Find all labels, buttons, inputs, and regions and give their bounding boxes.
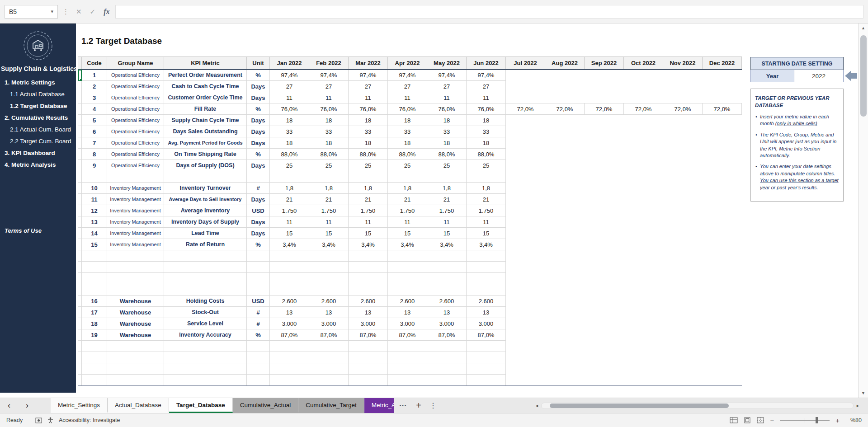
grid-cell[interactable] [78,205,82,216]
value-cell[interactable]: 18 [388,115,427,126]
value-cell[interactable] [506,318,545,329]
grid-cell[interactable] [467,250,506,262]
grid-cell[interactable] [388,250,427,262]
value-cell[interactable]: 33 [309,126,349,137]
grid-cell[interactable] [427,352,467,363]
metric-cell[interactable]: Rate of Return [164,239,247,250]
grid-cell[interactable] [309,250,349,262]
value-cell[interactable] [545,216,585,228]
value-cell[interactable] [585,239,624,250]
grid-cell[interactable] [663,171,703,183]
group-cell[interactable]: Inventory Management [107,216,164,228]
grid-cell[interactable] [467,284,506,296]
value-cell[interactable]: 76,0% [349,103,388,115]
value-cell[interactable]: 13 [388,307,427,318]
value-cell[interactable]: 97,4% [427,70,467,81]
group-cell[interactable]: Operational Efficiency [107,115,164,126]
grid-cell[interactable] [247,250,270,262]
value-cell[interactable]: 3,4% [309,239,349,250]
grid-cell[interactable] [78,194,82,205]
value-cell[interactable] [703,296,742,307]
grid-cell[interactable] [506,341,545,352]
value-cell[interactable] [506,137,545,149]
grid-cell[interactable] [506,352,545,363]
grid-cell[interactable] [624,375,663,386]
value-cell[interactable] [624,228,663,239]
group-cell[interactable]: Inventory Management [107,239,164,250]
code-cell[interactable]: 18 [82,318,107,329]
month-column-header[interactable]: Feb 2022 [309,57,349,70]
vertical-scrollbar-thumb[interactable] [860,35,867,117]
value-cell[interactable] [545,239,585,250]
grid-cell[interactable] [78,318,82,329]
grid-cell[interactable] [349,171,388,183]
insert-function-icon[interactable]: fx [101,8,112,16]
group-cell[interactable]: Operational Efficiency [107,160,164,171]
grid-cell[interactable] [624,273,663,284]
value-cell[interactable]: 15 [349,228,388,239]
zoom-in-button[interactable]: + [835,417,840,424]
grid-cell[interactable] [107,341,164,352]
value-cell[interactable]: 18 [467,115,506,126]
code-cell[interactable]: 5 [82,115,107,126]
metric-cell[interactable]: Avg. Payment Period for Goods [164,137,247,149]
month-column-header[interactable]: Nov 2022 [663,57,703,70]
grid-cell[interactable] [388,171,427,183]
value-cell[interactable]: 18 [270,137,309,149]
value-cell[interactable]: 97,4% [309,70,349,81]
grid-cell[interactable] [388,284,427,296]
grid-cell[interactable] [82,352,107,363]
value-cell[interactable] [663,70,703,81]
value-cell[interactable] [545,228,585,239]
value-cell[interactable]: 3,4% [388,239,427,250]
scroll-up-icon[interactable]: ▲ [859,23,868,33]
month-column-header[interactable]: Jan 2022 [270,57,309,70]
grid-cell[interactable] [545,341,585,352]
value-cell[interactable] [624,137,663,149]
grid-cell[interactable] [107,273,164,284]
value-cell[interactable]: 21 [467,194,506,205]
grid-cell[interactable] [349,250,388,262]
value-cell[interactable]: 13 [309,307,349,318]
month-column-header[interactable]: Jun 2022 [467,57,506,70]
value-cell[interactable]: 72,0% [506,103,545,115]
value-cell[interactable] [663,160,703,171]
value-cell[interactable]: 1.750 [427,205,467,216]
grid-cell[interactable] [309,363,349,375]
cancel-icon[interactable]: ✕ [74,8,84,16]
grid-cell[interactable] [78,239,82,250]
group-cell[interactable]: Warehouse [107,296,164,307]
value-cell[interactable]: 1.750 [467,205,506,216]
grid-cell[interactable] [663,250,703,262]
metric-cell[interactable]: On Time Shipping Rate [164,149,247,160]
value-cell[interactable]: 2.600 [349,296,388,307]
value-cell[interactable] [585,81,624,92]
grid-cell[interactable] [703,250,742,262]
unit-cell[interactable]: Days [247,81,270,92]
formula-input[interactable] [115,5,863,19]
month-column-header[interactable]: Jul 2022 [506,57,545,70]
grid-cell[interactable] [78,126,82,137]
unit-cell[interactable]: % [247,70,270,81]
enter-icon[interactable]: ✓ [88,8,98,16]
sidebar-item[interactable]: 3. KPI Dashboard [0,147,76,159]
value-cell[interactable]: 87,0% [427,329,467,341]
value-cell[interactable]: 88,0% [349,149,388,160]
grid-cell[interactable] [506,273,545,284]
grid-cell[interactable] [624,262,663,273]
value-cell[interactable]: 11 [270,216,309,228]
group-cell[interactable]: Operational Efficiency [107,137,164,149]
value-cell[interactable]: 21 [270,194,309,205]
grid-cell[interactable] [624,284,663,296]
value-cell[interactable] [663,149,703,160]
metric-cell[interactable]: Perfect Order Measurement [164,70,247,81]
sheet-tab-cumulative_target[interactable]: Cumulative_Target [298,398,364,413]
grid-cell[interactable] [585,341,624,352]
grid-cell[interactable] [270,375,309,386]
grid-cell[interactable] [703,352,742,363]
grid-cell[interactable] [703,375,742,386]
value-cell[interactable] [663,183,703,194]
value-cell[interactable]: 72,0% [624,103,663,115]
value-cell[interactable]: 25 [427,160,467,171]
value-cell[interactable]: 87,0% [467,329,506,341]
